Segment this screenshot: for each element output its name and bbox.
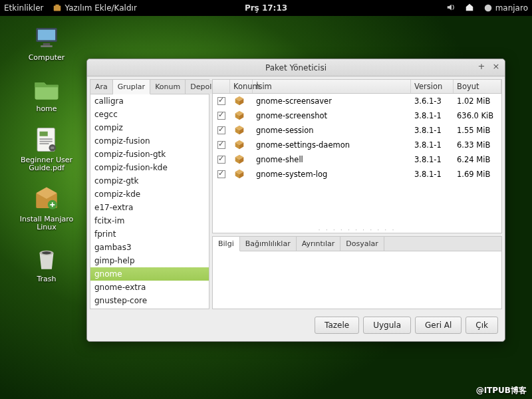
table-row[interactable]: gnome-session3.8.1-11.55 MiB	[213, 123, 501, 138]
col-checkbox[interactable]	[213, 80, 230, 93]
group-item[interactable]: compiz-fusion-kde	[90, 161, 209, 174]
package-icon	[230, 109, 253, 123]
package-name: gnome-screenshot	[253, 111, 411, 120]
package-manager-window: Paket Yöneticisi + × Ara Gruplar Konum D…	[86, 59, 505, 342]
activities-button[interactable]: Etkinlikler	[4, 3, 43, 13]
package-name: gnome-screensaver	[253, 96, 411, 106]
table-row[interactable]: gnome-system-log3.8.1-11.69 MiB	[213, 167, 501, 182]
svg-rect-5	[43, 43, 51, 46]
desktop-icon-guide[interactable]: Beginner User Guide.pdf	[13, 125, 80, 172]
col-location[interactable]: Konum	[230, 80, 253, 93]
checkbox-icon[interactable]	[217, 97, 225, 105]
detail-pane: Bilgi Bağımlılıklar Ayrıntılar Dosyalar	[212, 236, 502, 309]
desktop-icons: Computer home Beginner User Guide.pdf In…	[13, 23, 80, 283]
group-item[interactable]: compiz-gtk	[90, 174, 209, 188]
quit-button[interactable]: Çık	[466, 317, 498, 334]
table-row[interactable]: gnome-settings-daemon3.8.1-16.33 MiB	[213, 138, 501, 152]
top-bar: Etkinlikler Yazılım Ekle/Kaldır Prş 17:1…	[0, 0, 532, 16]
package-size: 1.55 MiB	[454, 126, 501, 135]
package-version: 3.8.1-1	[411, 155, 454, 164]
checkbox-icon[interactable]	[217, 126, 225, 134]
table-row[interactable]: gnome-shell3.8.1-16.24 MiB	[213, 152, 501, 167]
detail-body	[213, 251, 501, 309]
svg-rect-9	[40, 138, 53, 140]
group-item[interactable]: e17-extra	[90, 201, 209, 214]
desktop-icon-install[interactable]: Install Manjaro Linux	[13, 184, 80, 231]
maximize-button[interactable]: +	[477, 62, 486, 71]
detail-tab-files[interactable]: Dosyalar	[340, 237, 384, 251]
detail-tab-details[interactable]: Ayrıntılar	[297, 237, 341, 251]
user-menu[interactable]: manjaro	[483, 3, 528, 13]
tab-search[interactable]: Ara	[90, 80, 113, 94]
svg-rect-11	[40, 143, 49, 144]
watermark: @ITPUB博客	[476, 385, 527, 396]
svg-rect-0	[54, 6, 61, 11]
refresh-button[interactable]: Tazele	[315, 317, 359, 334]
group-item[interactable]: compiz	[90, 121, 209, 134]
col-version[interactable]: Version	[411, 80, 454, 93]
package-version: 3.8.1-1	[411, 170, 454, 179]
package-name: gnome-system-log	[253, 170, 411, 179]
home-icon[interactable]	[465, 3, 474, 14]
package-version: 3.8.1-1	[411, 111, 454, 120]
package-table[interactable]: Konum İsim Version Boyut gnome-screensav…	[212, 79, 502, 233]
table-row[interactable]: gnome-screenshot3.8.1-1636.0 KiB	[213, 108, 501, 123]
package-icon	[230, 138, 253, 152]
left-pane: Ara Gruplar Konum Depolar calligracegccc…	[90, 79, 209, 309]
package-icon	[230, 124, 253, 138]
checkbox-icon[interactable]	[217, 112, 225, 120]
package-name: gnome-settings-daemon	[253, 140, 411, 150]
desktop-icon-trash[interactable]: Trash	[32, 244, 61, 283]
titlebar[interactable]: Paket Yöneticisi + ×	[87, 59, 505, 76]
checkbox-icon[interactable]	[217, 141, 225, 149]
checkbox-icon[interactable]	[217, 156, 225, 164]
col-size[interactable]: Boyut	[454, 80, 501, 93]
detail-tab-deps[interactable]: Bağımlılıklar	[240, 237, 297, 251]
svg-rect-13	[51, 147, 54, 150]
svg-rect-1	[56, 5, 59, 7]
package-icon	[230, 94, 253, 108]
desktop-icon-computer[interactable]: Computer	[29, 23, 65, 62]
package-name: gnome-session	[253, 126, 411, 135]
group-item[interactable]: fcitx-im	[90, 214, 209, 227]
group-item[interactable]: gnome	[90, 267, 209, 281]
group-item[interactable]: fprint	[90, 227, 209, 241]
package-version: 3.6.1-3	[411, 96, 454, 106]
active-app[interactable]: Yazılım Ekle/Kaldır	[53, 3, 136, 13]
detail-tab-info[interactable]: Bilgi	[213, 237, 240, 251]
group-item[interactable]: compiz-fusion	[90, 134, 209, 148]
apply-button[interactable]: Uygula	[363, 317, 411, 334]
package-size: 1.69 MiB	[454, 170, 501, 179]
undo-button[interactable]: Geri Al	[415, 317, 462, 334]
col-name[interactable]: İsim	[253, 80, 411, 93]
package-size: 1.02 MiB	[454, 96, 501, 106]
group-item[interactable]: compiz-fusion-gtk	[90, 148, 209, 161]
group-item[interactable]: gnustep-core	[90, 294, 209, 307]
package-size: 6.24 MiB	[454, 155, 501, 164]
package-size: 6.33 MiB	[454, 140, 501, 150]
tab-location[interactable]: Konum	[150, 80, 186, 94]
close-button[interactable]: ×	[491, 62, 501, 71]
table-row[interactable]: gnome-screensaver3.6.1-31.02 MiB	[213, 94, 501, 108]
group-item[interactable]: gambas3	[90, 241, 209, 254]
svg-rect-8	[40, 132, 48, 136]
desktop-icon-home[interactable]: home	[32, 74, 61, 113]
group-item[interactable]: compiz-kde	[90, 188, 209, 201]
group-list[interactable]: calligracegcccompizcompiz-fusioncompiz-f…	[90, 94, 209, 309]
window-title: Paket Yöneticisi	[265, 63, 327, 72]
svg-rect-10	[40, 141, 53, 142]
clock[interactable]: Prş 17:13	[245, 3, 287, 13]
svg-rect-6	[41, 45, 53, 47]
checkbox-icon[interactable]	[217, 170, 225, 178]
package-size: 636.0 KiB	[454, 111, 501, 120]
tab-groups[interactable]: Gruplar	[113, 80, 150, 94]
svg-point-2	[484, 5, 491, 12]
group-item[interactable]: gnome-extra	[90, 281, 209, 294]
group-item[interactable]: calligra	[90, 94, 209, 108]
source-tabs: Ara Gruplar Konum Depolar	[90, 80, 209, 94]
volume-icon[interactable]	[446, 3, 456, 14]
group-item[interactable]: cegcc	[90, 108, 209, 121]
package-version: 3.8.1-1	[411, 126, 454, 135]
scroll-indicator: · · · · · · · · · · ·	[213, 227, 501, 233]
group-item[interactable]: gimp-help	[90, 254, 209, 267]
